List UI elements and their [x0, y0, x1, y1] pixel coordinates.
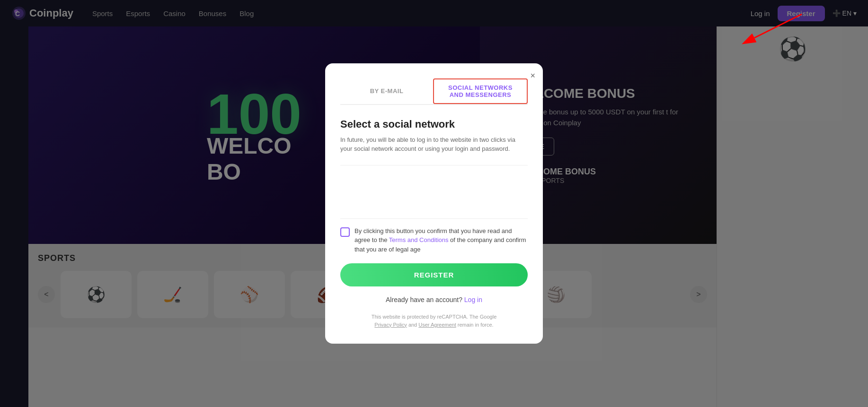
user-agreement-link[interactable]: User Agreement — [418, 322, 456, 328]
register-modal: × BY E-MAIL SOCIAL NETWORKS AND MESSENGE… — [325, 63, 543, 344]
terms-checkbox[interactable] — [340, 227, 350, 237]
social-title: Select a social network — [340, 118, 528, 130]
terms-link[interactable]: Terms and Conditions — [389, 236, 449, 243]
divider-1 — [340, 165, 528, 165]
social-desc: In future, you will be able to log in to… — [340, 135, 528, 154]
terms-text: By clicking this button you confirm that… — [354, 226, 528, 254]
already-account-area: Already have an account? Log in — [340, 296, 528, 303]
modal-close-button[interactable]: × — [530, 71, 535, 81]
tab-email[interactable]: BY E-MAIL — [340, 78, 433, 104]
social-buttons-area — [340, 173, 528, 211]
divider-2 — [340, 218, 528, 219]
tab-social[interactable]: SOCIAL NETWORKS AND MESSENGERS — [433, 78, 528, 104]
recaptcha-info: This website is protected by reCAPTCHA. … — [340, 313, 528, 329]
modal-tabs: BY E-MAIL SOCIAL NETWORKS AND MESSENGERS — [340, 78, 528, 105]
modal-overlay[interactable]: × BY E-MAIL SOCIAL NETWORKS AND MESSENGE… — [0, 0, 868, 407]
modal-login-link[interactable]: Log in — [464, 296, 482, 303]
modal-register-button[interactable]: REGISTER — [340, 263, 528, 286]
terms-checkbox-area: By clicking this button you confirm that… — [340, 226, 528, 254]
privacy-policy-link[interactable]: Privacy Policy — [374, 322, 407, 328]
